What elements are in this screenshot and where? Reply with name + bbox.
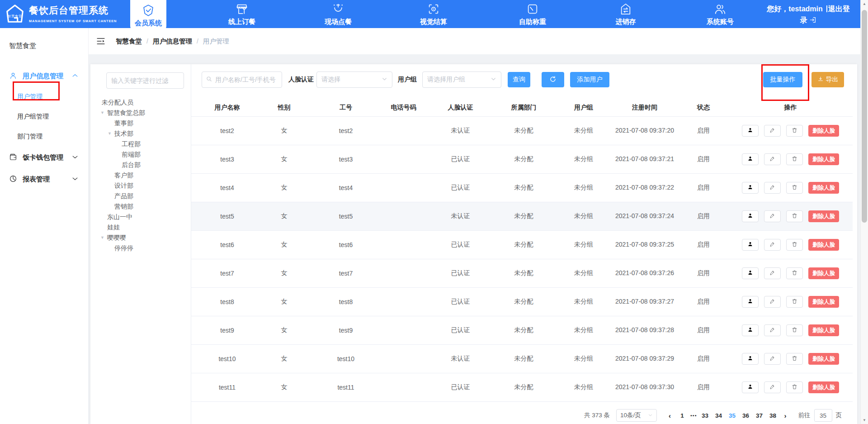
upload-face-button[interactable] <box>742 324 759 336</box>
breadcrumb-item[interactable]: 用户信息管理 <box>153 37 192 46</box>
delete-user-button[interactable] <box>786 125 803 137</box>
vertical-scrollbar[interactable]: ▲ ▼ <box>860 0 868 424</box>
delete-face-button[interactable]: 删除人脸 <box>808 125 839 137</box>
delete-face-button[interactable]: 删除人脸 <box>808 381 839 393</box>
edit-user-button[interactable] <box>764 153 781 165</box>
next-page-button[interactable]: › <box>784 412 787 419</box>
hamburger-icon[interactable] <box>96 36 106 46</box>
upload-face-button[interactable] <box>742 239 759 251</box>
top-nav-item-1[interactable]: 会员系统 <box>130 0 166 31</box>
tree-node[interactable]: 产品部 <box>90 191 191 201</box>
pagination-page-35[interactable]: 35 <box>727 412 738 419</box>
delete-user-button[interactable] <box>786 153 803 165</box>
breadcrumb-item[interactable]: 智慧食堂 <box>116 37 142 46</box>
delete-user-button[interactable] <box>786 324 803 336</box>
delete-face-button[interactable]: 删除人脸 <box>808 296 839 308</box>
delete-user-button[interactable] <box>786 210 803 222</box>
edit-user-button[interactable] <box>764 381 781 393</box>
scrollbar-up-arrow[interactable]: ▲ <box>861 0 868 8</box>
upload-face-button[interactable] <box>742 296 759 308</box>
tree-filter-input[interactable] <box>106 72 184 89</box>
tree-node[interactable]: ▼技术部 <box>90 129 191 139</box>
face-auth-select[interactable]: 请选择 <box>316 71 392 88</box>
sidebar-menu-2[interactable]: 饭卡钱包管理 <box>0 147 88 168</box>
sidebar-submenu-item[interactable]: 用户组管理 <box>0 107 88 127</box>
edit-user-button[interactable] <box>764 353 781 365</box>
sidebar-menu-3[interactable]: 报表管理 <box>0 168 88 190</box>
tree-node[interactable]: 董事部 <box>90 118 191 129</box>
tree-node[interactable]: ▼智慧食堂总部 <box>90 108 191 118</box>
tree-node[interactable]: 客户部 <box>90 170 191 181</box>
edit-user-button[interactable] <box>764 267 781 279</box>
pagination-page-38[interactable]: 38 <box>768 412 778 419</box>
pagination-page-1[interactable]: 1 <box>677 412 688 419</box>
page-size-select[interactable]: 10条/页 <box>616 409 657 422</box>
top-nav-label: 会员系统 <box>130 19 166 28</box>
top-nav-item-6[interactable]: 进销存 <box>599 0 653 28</box>
refresh-button[interactable] <box>542 72 564 87</box>
delete-face-button[interactable]: 删除人脸 <box>808 353 839 365</box>
tree-node[interactable]: 东山一中 <box>90 212 191 222</box>
edit-user-button[interactable] <box>764 182 781 194</box>
tree-expand-caret-icon[interactable]: ▼ <box>100 233 107 243</box>
top-nav-item-7[interactable]: 系统账号 <box>693 0 747 28</box>
delete-face-button[interactable]: 删除人脸 <box>808 239 839 251</box>
top-nav-item-4[interactable]: 视觉结算 <box>406 0 461 28</box>
sidebar-menu-1[interactable]: 用户信息管理 <box>0 65 88 87</box>
pagination-page-37[interactable]: 37 <box>754 412 765 419</box>
sidebar-submenu-item[interactable]: 部门管理 <box>0 127 88 147</box>
user-search-input[interactable] <box>215 76 278 83</box>
sidebar-submenu-item[interactable]: 用户管理 <box>0 87 88 107</box>
goto-page-input[interactable] <box>814 409 832 422</box>
delete-user-button[interactable] <box>786 381 803 393</box>
upload-face-button[interactable] <box>742 125 759 137</box>
export-button[interactable]: 导出 <box>811 72 844 87</box>
tree-node[interactable]: 后台部 <box>90 160 191 170</box>
unassigned-staff-link[interactable]: 未分配人员 <box>90 97 191 108</box>
scrollbar-thumb[interactable] <box>862 10 867 223</box>
tree-node[interactable]: ▼嘤嘤嘤 <box>90 233 191 243</box>
pagination-page-34[interactable]: 34 <box>713 412 724 419</box>
edit-user-button[interactable] <box>764 210 781 222</box>
tree-node[interactable]: 营销部 <box>90 201 191 212</box>
upload-face-button[interactable] <box>742 381 759 393</box>
delete-face-button[interactable]: 删除人脸 <box>808 210 839 222</box>
user-group-select[interactable]: 请选择用户组 <box>422 71 501 88</box>
scrollbar-down-arrow[interactable]: ▼ <box>861 416 868 424</box>
upload-face-button[interactable] <box>742 353 759 365</box>
edit-user-button[interactable] <box>764 125 781 137</box>
delete-user-button[interactable] <box>786 267 803 279</box>
delete-face-button[interactable]: 删除人脸 <box>808 267 839 279</box>
top-nav-item-3[interactable]: 现场点餐 <box>311 0 365 28</box>
upload-face-button[interactable] <box>742 153 759 165</box>
top-nav-item-2[interactable]: 线上订餐 <box>215 0 269 28</box>
tree-node[interactable]: 娃娃 <box>90 222 191 233</box>
pagination-page-36[interactable]: 36 <box>741 412 751 419</box>
tree-expand-caret-icon[interactable]: ▼ <box>108 129 114 139</box>
tree-expand-caret-icon[interactable]: ▼ <box>100 108 107 118</box>
delete-user-button[interactable] <box>786 296 803 308</box>
tree-node[interactable]: 工程部 <box>90 139 191 149</box>
top-nav-item-5[interactable]: 自助称重 <box>505 0 560 28</box>
prev-page-button[interactable]: ‹ <box>669 412 671 419</box>
delete-user-button[interactable] <box>786 239 803 251</box>
pagination-ellipsis[interactable]: ••• <box>690 413 697 418</box>
delete-face-button[interactable]: 删除人脸 <box>808 182 839 194</box>
tree-node[interactable]: 前端部 <box>90 149 191 160</box>
delete-user-button[interactable] <box>786 353 803 365</box>
edit-user-button[interactable] <box>764 296 781 308</box>
delete-face-button[interactable]: 删除人脸 <box>808 153 839 165</box>
pagination-page-33[interactable]: 33 <box>700 412 711 419</box>
query-button[interactable]: 查询 <box>508 72 530 87</box>
delete-user-button[interactable] <box>786 182 803 194</box>
edit-user-button[interactable] <box>764 324 781 336</box>
upload-face-button[interactable] <box>742 210 759 222</box>
upload-face-button[interactable] <box>742 182 759 194</box>
upload-face-button[interactable] <box>742 267 759 279</box>
edit-user-button[interactable] <box>764 239 781 251</box>
add-user-button[interactable]: 添加用户 <box>570 72 609 87</box>
batch-operation-button[interactable]: 批量操作 <box>763 72 802 87</box>
delete-face-button[interactable]: 删除人脸 <box>808 324 839 336</box>
tree-node[interactable]: 设计部 <box>90 181 191 191</box>
tree-node[interactable]: 停停停 <box>90 243 191 253</box>
